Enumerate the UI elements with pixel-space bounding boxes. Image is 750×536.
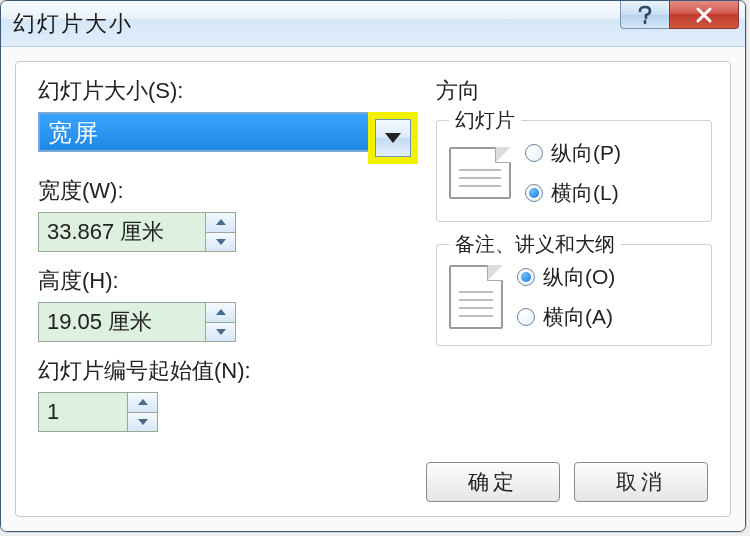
direction-header: 方向 (436, 76, 712, 106)
page-icon (449, 147, 511, 199)
chevron-up-icon (216, 219, 226, 225)
page-icon (449, 265, 503, 329)
chevron-down-icon (138, 419, 148, 425)
notes-landscape-radio[interactable]: 横向(A) (517, 303, 615, 331)
notes-landscape-label: 横向(A) (543, 303, 613, 331)
width-label: 宽度(W): (38, 176, 418, 206)
slide-size-label: 幻灯片大小(S): (38, 76, 418, 106)
start-number-value[interactable]: 1 (39, 393, 127, 431)
notes-portrait-radio[interactable]: 纵向(O) (517, 263, 615, 291)
height-label: 高度(H): (38, 266, 418, 296)
chevron-down-icon (385, 133, 401, 143)
close-button[interactable] (669, 1, 739, 29)
height-up-button[interactable] (206, 303, 235, 323)
height-value[interactable]: 19.05 厘米 (39, 303, 205, 341)
dialog-panel: 幻灯片大小(S): 宽屏 宽度(W): 33.867 厘米 (15, 61, 731, 517)
width-spinner[interactable]: 33.867 厘米 (38, 212, 236, 252)
slide-size-dropdown-highlight (368, 112, 418, 164)
notes-orientation-group: 备注、讲义和大纲 纵向(O) (436, 244, 712, 346)
width-down-button[interactable] (206, 233, 235, 252)
slides-landscape-radio[interactable]: 横向(L) (525, 179, 621, 207)
slides-legend: 幻灯片 (449, 107, 521, 134)
slides-portrait-label: 纵向(P) (551, 139, 621, 167)
radio-icon (525, 184, 543, 202)
radio-icon (517, 308, 535, 326)
start-number-label: 幻灯片编号起始值(N): (38, 356, 418, 386)
window-title: 幻灯片大小 (13, 9, 133, 39)
ok-button[interactable]: 确定 (426, 462, 560, 502)
start-number-down-button[interactable] (128, 413, 157, 432)
height-down-button[interactable] (206, 323, 235, 342)
width-up-button[interactable] (206, 213, 235, 233)
width-value[interactable]: 33.867 厘米 (39, 213, 205, 251)
slides-orientation-group: 幻灯片 纵向(P) (436, 120, 712, 222)
slides-portrait-radio[interactable]: 纵向(P) (525, 139, 621, 167)
notes-legend: 备注、讲义和大纲 (449, 231, 621, 258)
chevron-down-icon (216, 329, 226, 335)
radio-icon (525, 144, 543, 162)
chevron-up-icon (216, 309, 226, 315)
notes-portrait-label: 纵向(O) (543, 263, 615, 291)
slide-size-combo[interactable]: 宽屏 (38, 112, 370, 152)
help-button[interactable] (620, 1, 670, 29)
start-number-up-button[interactable] (128, 393, 157, 413)
cancel-button[interactable]: 取消 (574, 462, 708, 502)
height-spinner[interactable]: 19.05 厘米 (38, 302, 236, 342)
dialog-window: 幻灯片大小 幻灯片大小(S): 宽屏 (0, 0, 746, 532)
start-number-spinner[interactable]: 1 (38, 392, 158, 432)
radio-icon (517, 268, 535, 286)
titlebar[interactable]: 幻灯片大小 (1, 1, 745, 47)
slides-landscape-label: 横向(L) (551, 179, 619, 207)
chevron-up-icon (138, 399, 148, 405)
chevron-down-icon (216, 239, 226, 245)
slide-size-dropdown-button[interactable] (375, 119, 411, 157)
